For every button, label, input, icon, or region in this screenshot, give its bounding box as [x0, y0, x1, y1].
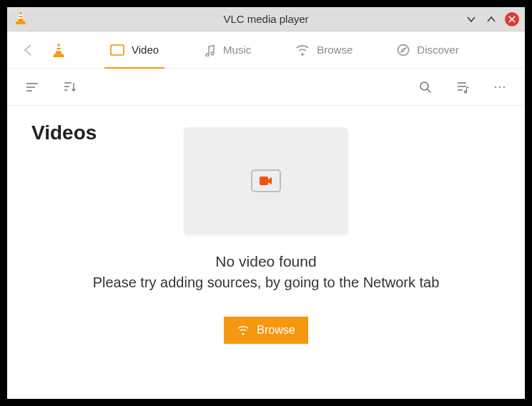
main-tabbar: Video Music Browse Discover — [7, 31, 525, 69]
wifi-icon — [295, 44, 310, 56]
back-button[interactable] — [20, 41, 37, 59]
svg-rect-4 — [111, 45, 124, 55]
menu-icon[interactable] — [24, 79, 40, 95]
svg-rect-2 — [56, 46, 61, 47]
close-button[interactable] — [505, 12, 519, 26]
tab-music[interactable]: Music — [200, 31, 254, 69]
svg-point-9 — [503, 86, 506, 88]
svg-rect-1 — [18, 17, 24, 19]
tab-label: Video — [132, 44, 159, 56]
svg-point-6 — [420, 82, 428, 90]
svg-rect-3 — [56, 49, 61, 50]
tab-label: Music — [223, 44, 251, 56]
more-icon[interactable] — [492, 79, 508, 95]
logo-icon[interactable] — [51, 42, 66, 58]
browse-button-label: Browse — [257, 324, 295, 337]
svg-rect-10 — [260, 177, 268, 185]
empty-placeholder-inner — [251, 169, 281, 192]
app-icon — [14, 11, 27, 28]
titlebar: VLC media player — [7, 7, 525, 31]
playlist-icon[interactable] — [455, 79, 471, 95]
svg-point-7 — [495, 86, 497, 88]
browse-button[interactable]: Browse — [224, 317, 307, 344]
music-icon — [203, 44, 216, 56]
video-icon — [110, 44, 124, 56]
empty-subtitle: Please try adding sources, by going to t… — [93, 274, 440, 291]
tab-label: Discover — [417, 44, 458, 56]
empty-placeholder-card — [184, 127, 348, 234]
tab-browse[interactable]: Browse — [292, 31, 355, 69]
content-area: Videos No video found Please try adding … — [7, 106, 525, 399]
wifi-icon — [237, 325, 250, 335]
maximize-button[interactable] — [485, 13, 498, 26]
svg-point-5 — [398, 44, 409, 55]
app-window: VLC media player — [7, 7, 525, 399]
svg-rect-0 — [19, 14, 23, 16]
empty-title: No video found — [215, 253, 316, 270]
toolbar — [7, 69, 525, 106]
empty-state: No video found Please try adding sources… — [51, 127, 481, 344]
tab-discover[interactable]: Discover — [394, 31, 461, 69]
tab-label: Browse — [317, 44, 353, 56]
window-title: VLC media player — [7, 13, 525, 25]
svg-point-8 — [499, 86, 501, 88]
camera-icon — [259, 176, 273, 186]
tab-video[interactable]: Video — [107, 31, 162, 69]
sort-icon[interactable] — [61, 79, 77, 95]
search-icon[interactable] — [418, 79, 433, 95]
minimize-button[interactable] — [465, 13, 478, 26]
compass-icon — [397, 44, 410, 56]
